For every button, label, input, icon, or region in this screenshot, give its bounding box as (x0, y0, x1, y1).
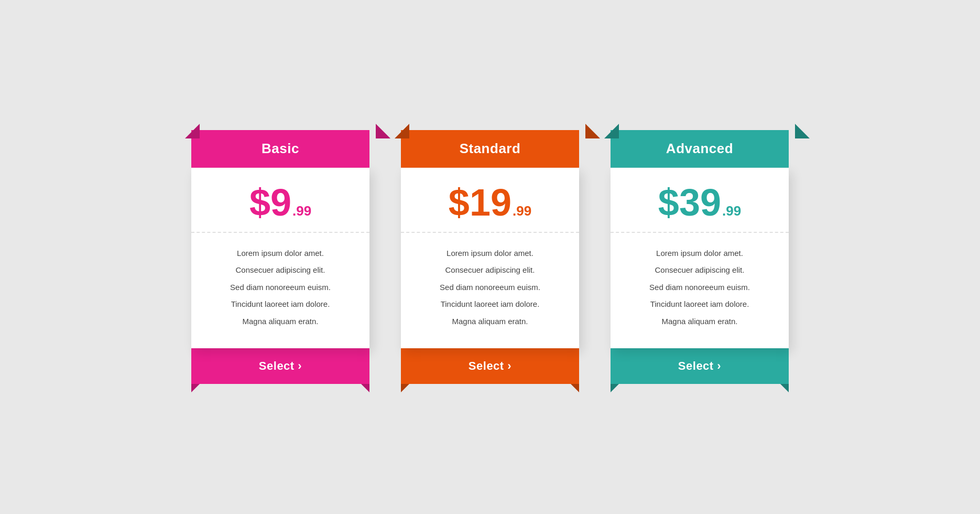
feature-item: Lorem ipsum dolor amet. (626, 248, 773, 260)
price-display: $19 .99 (449, 184, 531, 221)
feature-item: Sed diam nonoreeum euism. (626, 282, 773, 294)
price-section: $39 .99 (611, 168, 789, 233)
price-section: $9 .99 (191, 168, 369, 233)
plan-header: Standard (401, 130, 579, 168)
plan-header: Basic (191, 130, 369, 168)
select-label: Select › (259, 359, 302, 373)
feature-item: Consecuer adipiscing elit. (207, 264, 354, 276)
feature-item: Tincidunt laoreet iam dolore. (417, 298, 563, 310)
features-section: Lorem ipsum dolor amet.Consecuer adipisc… (401, 233, 579, 349)
price-main: $9 (249, 184, 291, 221)
bottom-fold-right (361, 384, 369, 392)
features-section: Lorem ipsum dolor amet.Consecuer adipisc… (191, 233, 369, 349)
feature-item: Magna aliquam eratn. (417, 316, 563, 328)
feature-item: Lorem ipsum dolor amet. (417, 248, 563, 260)
pricing-container: Basic $9 .99 Lorem ipsum dolor amet.Cons… (191, 130, 789, 384)
plan-header: Advanced (611, 130, 789, 168)
plan-body: $19 .99 Lorem ipsum dolor amet.Consecuer… (401, 168, 579, 349)
plan-title: Basic (262, 141, 299, 157)
plan-title: Advanced (666, 141, 733, 157)
bottom-fold-right (780, 384, 789, 392)
select-label: Select › (469, 359, 511, 373)
select-button[interactable]: Select › (401, 348, 579, 384)
select-button[interactable]: Select › (191, 348, 369, 384)
select-label: Select › (678, 359, 721, 373)
plan-body: $9 .99 Lorem ipsum dolor amet.Consecuer … (191, 168, 369, 349)
feature-item: Magna aliquam eratn. (626, 316, 773, 328)
plan-card-basic: Basic $9 .99 Lorem ipsum dolor amet.Cons… (191, 130, 369, 384)
price-cents: .99 (292, 203, 311, 219)
price-main: $39 (658, 184, 721, 221)
plan-card-advanced: Advanced $39 .99 Lorem ipsum dolor amet.… (611, 130, 789, 384)
bottom-fold-left (191, 384, 200, 392)
feature-item: Tincidunt laoreet iam dolore. (626, 298, 773, 310)
price-display: $39 .99 (658, 184, 741, 221)
feature-item: Sed diam nonoreeum euism. (417, 282, 563, 294)
feature-item: Lorem ipsum dolor amet. (207, 248, 354, 260)
price-display: $9 .99 (249, 184, 311, 221)
feature-item: Magna aliquam eratn. (207, 316, 354, 328)
feature-item: Consecuer adipiscing elit. (417, 264, 563, 276)
price-cents: .99 (722, 203, 741, 219)
price-cents: .99 (513, 203, 531, 219)
feature-item: Consecuer adipiscing elit. (626, 264, 773, 276)
select-button[interactable]: Select › (611, 348, 789, 384)
bottom-fold-left (611, 384, 619, 392)
feature-item: Sed diam nonoreeum euism. (207, 282, 354, 294)
features-section: Lorem ipsum dolor amet.Consecuer adipisc… (611, 233, 789, 349)
plan-body: $39 .99 Lorem ipsum dolor amet.Consecuer… (611, 168, 789, 349)
bottom-fold-left (401, 384, 409, 392)
price-main: $19 (449, 184, 511, 221)
plan-card-standard: Standard $19 .99 Lorem ipsum dolor amet.… (401, 130, 579, 384)
price-section: $19 .99 (401, 168, 579, 233)
plan-title: Standard (460, 141, 521, 157)
bottom-fold-right (571, 384, 579, 392)
feature-item: Tincidunt laoreet iam dolore. (207, 298, 354, 310)
